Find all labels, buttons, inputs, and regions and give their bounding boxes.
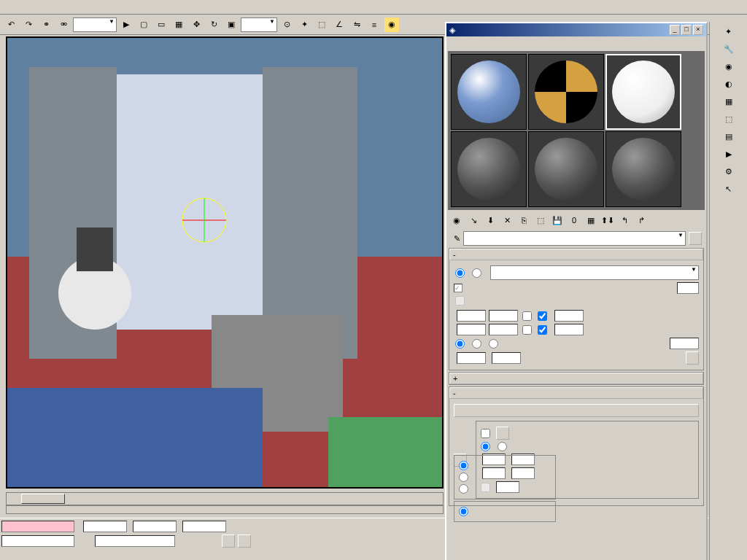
u-offset[interactable] [457,310,486,322]
snap-icon[interactable]: ⬚ [314,17,330,33]
menu-grapheditor[interactable] [96,6,108,9]
options-icon[interactable]: ⚙ [721,163,737,179]
center-icon[interactable]: ⊙ [279,17,295,33]
make-unique-icon[interactable]: ⬚ [533,213,548,228]
v-angle[interactable] [554,324,584,335]
mirror-icon[interactable]: ⇋ [349,17,365,33]
w-angle[interactable] [670,338,699,349]
slot-1[interactable] [451,54,527,130]
texture-radio[interactable] [454,268,468,278]
menu-help[interactable] [143,6,155,9]
select-manip-icon[interactable]: ✦ [296,17,312,33]
select-by-mat-icon[interactable]: ↖ [721,181,737,197]
map-name-dropdown[interactable] [463,231,686,246]
material-editor-icon[interactable]: ◉ [384,17,400,33]
keyfilter-button[interactable] [238,534,251,548]
rotate-button[interactable] [686,351,699,365]
uv-radio[interactable] [454,339,468,349]
eyedropper-icon[interactable]: ✎ [454,234,460,244]
u-tiling[interactable] [489,310,518,322]
viewimg-button[interactable] [496,427,509,440]
selection-filter-dropdown[interactable] [73,18,117,32]
make-copy-icon[interactable]: ⎘ [516,213,531,228]
listener-field[interactable] [1,535,74,547]
show-map-icon[interactable]: ▦ [584,213,598,228]
slot-4[interactable] [451,131,527,207]
create-tab-icon[interactable]: ✦ [721,23,737,39]
slot-5[interactable] [528,131,604,207]
close-icon[interactable]: × [693,25,703,35]
angle-snap-icon[interactable]: ∠ [331,17,347,33]
go-parent-icon[interactable]: ↰ [617,213,632,228]
select-region-icon[interactable]: ▭ [153,17,169,33]
background-icon[interactable]: ▦ [721,93,737,109]
time-thumb[interactable] [21,494,65,504]
go-sibling-icon[interactable]: ↱ [634,213,649,228]
u-mirror[interactable] [522,311,532,321]
link-icon[interactable]: ⚭ [38,17,54,33]
y-field[interactable] [133,521,177,532]
v-offset[interactable] [457,324,486,335]
maxscript-mini[interactable] [1,521,74,532]
menu-maxscript[interactable] [131,6,143,9]
menu-edit[interactable] [15,6,26,9]
coords-header[interactable]: - [449,249,703,260]
crop-radio[interactable] [479,442,493,451]
menu-modify[interactable] [73,6,85,9]
time-slider[interactable] [6,492,444,505]
perspective-viewport[interactable] [6,36,444,489]
reset-icon[interactable]: ✕ [500,213,514,228]
v-tiling[interactable] [489,324,518,335]
align-icon[interactable]: ≡ [366,17,382,33]
timeline-track[interactable] [6,505,444,514]
menu-file[interactable] [3,6,15,9]
sample-type-icon[interactable]: ◉ [721,58,737,74]
menu-custom[interactable] [120,6,131,9]
time-tag-field[interactable] [95,535,175,547]
put-library-icon[interactable]: 💾 [550,213,565,228]
put-to-scene-icon[interactable]: ↘ [466,213,481,228]
v-mirror[interactable] [522,325,532,335]
blur-field[interactable] [457,352,486,364]
menu-create[interactable] [61,6,73,9]
matid-icon[interactable]: 0 [567,213,581,228]
mat-titlebar[interactable]: ◈ _ □ × [446,23,706,36]
mapchannel-dropdown[interactable] [490,265,699,280]
redo-icon[interactable]: ↷ [20,17,36,33]
none-radio[interactable] [457,484,471,494]
rgbint-radio[interactable] [457,507,471,516]
slot-6[interactable] [605,131,681,207]
select-icon[interactable]: ▶ [118,17,134,33]
slot-3[interactable] [605,54,681,130]
map-type-button[interactable] [689,232,702,245]
menu-group[interactable] [38,6,50,9]
pyramid-radio[interactable] [457,461,471,470]
v-tile[interactable] [538,325,547,335]
summed-radio[interactable] [457,472,471,482]
menu-anim[interactable] [85,6,96,9]
maximize-icon[interactable]: □ [681,25,692,35]
apply-check[interactable] [479,429,493,438]
place-radio[interactable] [496,442,510,451]
mapch-field[interactable] [677,282,699,294]
setkey-button[interactable] [222,534,235,548]
u-tile[interactable] [538,311,547,321]
menu-views[interactable] [50,6,61,9]
select-name-icon[interactable]: ▢ [136,17,152,33]
unlink-icon[interactable]: ⚮ [55,17,71,33]
wu-radio[interactable] [487,339,501,349]
slot-2[interactable] [528,54,604,130]
assign-icon[interactable]: ⬇ [483,213,498,228]
undo-icon[interactable]: ↶ [3,17,19,33]
show-result-icon[interactable]: ⬆⬇ [600,213,615,228]
ref-coord-dropdown[interactable] [241,18,277,32]
u-angle[interactable] [554,310,584,322]
bluroff-field[interactable] [492,352,521,364]
env-radio[interactable] [471,268,484,278]
menu-render[interactable] [108,6,120,9]
noise-header[interactable]: + [449,373,703,384]
scale-icon[interactable]: ▣ [223,17,239,33]
showback-check[interactable] [454,284,464,292]
sample-uv-icon[interactable]: ⬚ [721,111,737,127]
make-preview-icon[interactable]: ▶ [721,146,737,162]
